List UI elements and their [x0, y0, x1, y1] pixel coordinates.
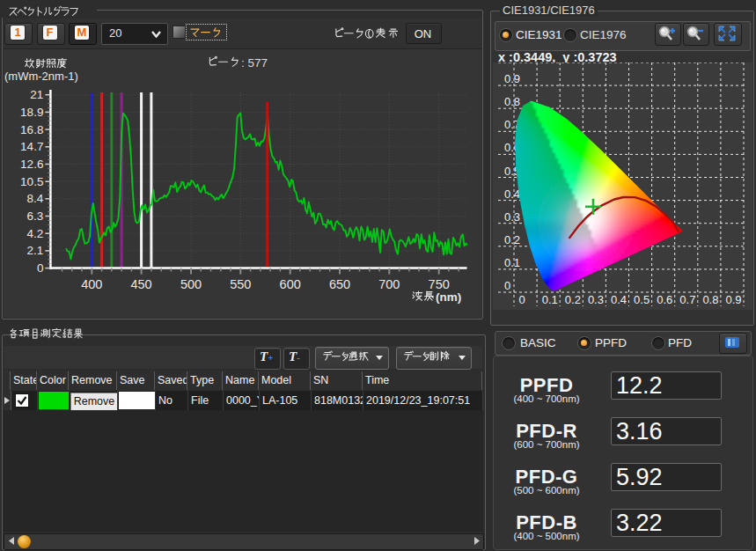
- svg-text:0: 0: [37, 261, 44, 275]
- svg-text:12.6: 12.6: [20, 158, 43, 171]
- svg-text:650: 650: [329, 277, 350, 291]
- svg-text:0.9: 0.9: [726, 293, 742, 306]
- svg-text:0.8: 0.8: [702, 293, 718, 306]
- svg-text:750: 750: [429, 277, 450, 291]
- svg-text:0.1: 0.1: [542, 293, 558, 306]
- svg-text:700: 700: [378, 277, 400, 291]
- svg-text:0.6: 0.6: [657, 293, 672, 306]
- svg-text:0.4: 0.4: [504, 187, 520, 201]
- svg-text:18.9: 18.9: [20, 106, 43, 119]
- svg-text:4.2: 4.2: [27, 227, 44, 240]
- svg-text:0.3: 0.3: [504, 210, 520, 224]
- svg-text:500: 500: [180, 277, 202, 291]
- svg-text:0.7: 0.7: [679, 293, 695, 306]
- svg-text:550: 550: [230, 277, 251, 291]
- svg-text:0.8: 0.8: [504, 95, 520, 108]
- svg-text:600: 600: [280, 277, 301, 291]
- svg-text:0.3: 0.3: [588, 293, 604, 306]
- svg-text:0.1: 0.1: [504, 256, 520, 269]
- svg-text:21: 21: [30, 88, 43, 101]
- svg-text:0.2: 0.2: [565, 293, 581, 306]
- svg-text:16.8: 16.8: [20, 123, 43, 136]
- svg-text:450: 450: [130, 277, 151, 291]
- svg-text:0.5: 0.5: [634, 293, 650, 306]
- svg-text:14.7: 14.7: [20, 140, 43, 153]
- svg-text:6.3: 6.3: [27, 209, 44, 223]
- svg-text:10.5: 10.5: [20, 175, 43, 188]
- svg-text:8.4: 8.4: [27, 192, 44, 205]
- svg-text:2.1: 2.1: [27, 244, 44, 257]
- svg-text:0: 0: [504, 279, 510, 292]
- svg-text:0: 0: [519, 293, 525, 306]
- svg-text:0.2: 0.2: [504, 233, 520, 246]
- svg-text:400: 400: [81, 277, 102, 291]
- svg-text:0.9: 0.9: [504, 72, 520, 85]
- svg-text:0.4: 0.4: [611, 293, 627, 306]
